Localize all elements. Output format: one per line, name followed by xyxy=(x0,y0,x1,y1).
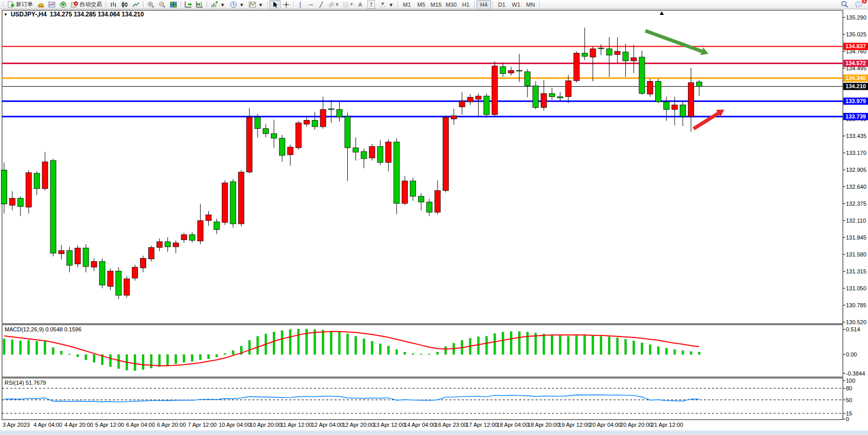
channel-letter: E xyxy=(336,2,339,7)
svg-text:135.290: 135.290 xyxy=(846,14,866,21)
tile-windows-button[interactable] xyxy=(168,0,179,9)
main-toolbar: 新订单 自动交易 xyxy=(0,0,868,9)
timeframe-toolbar: M1M5M15M30H1H4D1W1MN xyxy=(400,0,541,9)
svg-text:17 Apr 12:00: 17 Apr 12:00 xyxy=(466,422,498,428)
zoom-in-icon xyxy=(147,1,154,8)
candlestick-button[interactable] xyxy=(119,0,130,9)
separator xyxy=(539,1,540,8)
autotrade-icon xyxy=(71,1,78,8)
cursor-icon xyxy=(271,1,279,8)
horizontal-line-button[interactable]: ─ xyxy=(306,0,316,9)
templates-icon xyxy=(249,1,256,8)
svg-text:21 Apr 12:00: 21 Apr 12:00 xyxy=(651,422,683,428)
svg-text:131.315: 131.315 xyxy=(846,268,866,274)
autotrade-label: 自动交易 xyxy=(80,1,102,8)
timeframe-m30[interactable]: M30 xyxy=(444,0,459,9)
svg-text:133.170: 133.170 xyxy=(846,150,866,156)
svg-text:131.050: 131.050 xyxy=(846,285,866,291)
svg-text:132.905: 132.905 xyxy=(846,167,866,173)
svg-text:134.572: 134.572 xyxy=(845,60,866,66)
svg-text:4 Apr 20:00: 4 Apr 20:00 xyxy=(64,422,93,428)
dropdown-arrow-icon: ▾ xyxy=(220,1,226,8)
chart-window-button[interactable] xyxy=(46,0,57,9)
svg-text:14 Apr 04:00: 14 Apr 04:00 xyxy=(404,422,436,428)
clock-icon xyxy=(230,1,237,8)
dropdown-arrow-icon: ▾ xyxy=(258,1,264,8)
search-icon xyxy=(841,1,849,8)
timeframe-m5[interactable]: M5 xyxy=(414,0,428,9)
crosshair-button[interactable] xyxy=(281,0,292,9)
separator xyxy=(267,1,268,8)
svg-text:50: 50 xyxy=(846,397,852,403)
svg-text:10 Apr 04:00: 10 Apr 04:00 xyxy=(219,422,250,428)
templates-button[interactable]: ▾ xyxy=(247,0,266,9)
zoom-in-button[interactable] xyxy=(145,0,156,9)
dropdown-arrow-icon: ▾ xyxy=(388,1,394,8)
cursor-button[interactable] xyxy=(269,0,281,9)
svg-text:3 Apr 2023: 3 Apr 2023 xyxy=(3,422,30,428)
bar-chart-button[interactable] xyxy=(108,0,119,9)
svg-text:80: 80 xyxy=(846,385,852,391)
price-chart[interactable]: 135.290135.025134.760134.495134.230133.9… xyxy=(0,0,868,435)
new-order-button[interactable]: 新订单 xyxy=(5,0,35,9)
separator xyxy=(106,1,106,8)
line-chart-button[interactable] xyxy=(130,0,142,9)
indicators-button[interactable]: ▾ xyxy=(209,0,228,9)
svg-text:100: 100 xyxy=(846,378,855,384)
svg-text:0.514: 0.514 xyxy=(846,326,860,332)
separator xyxy=(398,1,398,8)
separator xyxy=(293,1,294,8)
chart-shift-icon xyxy=(196,1,203,8)
zoom-out-icon xyxy=(159,1,166,8)
timeframe-d1[interactable]: D1 xyxy=(495,0,509,9)
svg-text:132.640: 132.640 xyxy=(846,184,866,190)
timeframe-h4[interactable]: H4 xyxy=(477,0,491,9)
timeframe-m15[interactable]: M15 xyxy=(428,0,443,9)
chart-shift-button[interactable] xyxy=(194,0,205,9)
channel-button[interactable]: E xyxy=(326,0,341,9)
dropdown-arrow-icon: ▾ xyxy=(239,1,245,8)
search-button[interactable] xyxy=(839,0,851,9)
autotrade-button[interactable]: 自动交易 xyxy=(69,0,104,9)
notifications-button[interactable]: 1 xyxy=(853,0,865,9)
trendline-button[interactable]: ╱ xyxy=(316,0,326,9)
separator xyxy=(143,1,144,8)
svg-text:6 Apr 04:00: 6 Apr 04:00 xyxy=(126,422,155,428)
svg-text:13 Apr 12:00: 13 Apr 12:00 xyxy=(373,422,405,428)
notification-badge: 1 xyxy=(862,0,867,4)
fibonacci-button[interactable]: F xyxy=(341,0,355,9)
label-button[interactable]: T xyxy=(365,0,377,9)
svg-text:-0.3844: -0.3844 xyxy=(846,370,865,377)
text-icon: A xyxy=(357,1,363,8)
signal-button[interactable] xyxy=(57,0,69,9)
svg-text:16 Apr 23:00: 16 Apr 23:00 xyxy=(435,422,467,428)
timeframe-mn[interactable]: MN xyxy=(523,0,538,9)
quotes-button[interactable] xyxy=(35,0,46,9)
svg-text:5 Apr 12:00: 5 Apr 12:00 xyxy=(95,422,124,428)
periods-button[interactable]: ▾ xyxy=(228,0,247,9)
timeframe-m1[interactable]: M1 xyxy=(400,0,414,9)
svg-text:6 Apr 20:00: 6 Apr 20:00 xyxy=(157,422,186,428)
separator xyxy=(492,1,493,8)
vertical-line-button[interactable]: │ xyxy=(295,0,306,9)
svg-text:11 Apr 12:00: 11 Apr 12:00 xyxy=(281,422,312,428)
toolbar-grip[interactable] xyxy=(2,2,4,8)
channel-icon xyxy=(328,1,334,8)
svg-text:135.025: 135.025 xyxy=(846,31,866,37)
timeframe-h1[interactable]: H1 xyxy=(459,0,473,9)
svg-text:134.210: 134.210 xyxy=(845,83,866,89)
shapes-button[interactable]: ▾ xyxy=(377,0,396,9)
svg-text:12 Apr 20:00: 12 Apr 20:00 xyxy=(342,422,374,428)
text-button[interactable]: A xyxy=(355,0,365,9)
svg-text:134.340: 134.340 xyxy=(845,75,866,81)
separator xyxy=(181,1,181,8)
timeframe-w1[interactable]: W1 xyxy=(509,0,523,9)
svg-text:0.00: 0.00 xyxy=(846,351,857,358)
horizontal-line-icon: ─ xyxy=(308,1,314,8)
zoom-out-button[interactable] xyxy=(156,0,168,9)
candlestick-icon xyxy=(121,1,128,8)
svg-text:132.110: 132.110 xyxy=(846,218,866,224)
chart-window-icon xyxy=(48,1,55,8)
svg-text:20 Apr 04:00: 20 Apr 04:00 xyxy=(589,422,621,428)
auto-scroll-button[interactable] xyxy=(183,0,194,9)
